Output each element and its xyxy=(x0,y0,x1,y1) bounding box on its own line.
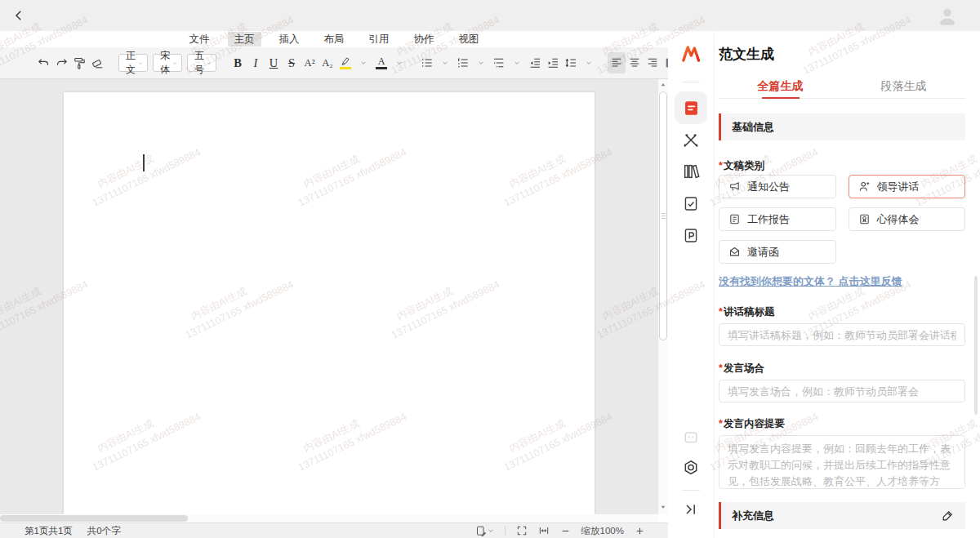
bullet-list-dropdown[interactable] xyxy=(436,52,454,73)
bullet-list-button[interactable] xyxy=(418,52,436,73)
numbered-list-button[interactable] xyxy=(454,52,472,73)
undo-button[interactable] xyxy=(34,52,52,73)
content-summary-textarea[interactable] xyxy=(719,435,965,489)
rail-doc-generator[interactable] xyxy=(675,91,707,124)
strikethrough-label: S xyxy=(288,56,295,70)
chevron-down-icon xyxy=(360,60,367,66)
menu-tab-layout[interactable]: 布局 xyxy=(318,32,351,47)
subscript-button[interactable]: A₂ xyxy=(318,52,336,73)
numbered-list-dropdown[interactable] xyxy=(472,52,490,73)
menu-tab-view[interactable]: 视图 xyxy=(452,32,486,47)
page-indicator: 第1页共1页 xyxy=(24,525,73,537)
category-notice-button[interactable]: 通知公告 xyxy=(719,175,836,198)
align-right-button[interactable] xyxy=(644,52,662,73)
avatar[interactable] xyxy=(936,4,959,27)
page-view-button[interactable] xyxy=(475,525,494,537)
bold-button[interactable]: B xyxy=(229,52,247,73)
font-family-select[interactable]: 宋体 xyxy=(153,54,182,72)
bullet-list-icon xyxy=(421,56,434,69)
superscript-button[interactable]: A² xyxy=(301,52,318,73)
fit-width-button[interactable] xyxy=(538,525,550,536)
multilevel-list-button[interactable] xyxy=(490,52,508,73)
menu-tab-home[interactable]: 主页 xyxy=(228,32,261,47)
format-painter-button[interactable] xyxy=(70,52,88,73)
fit-width-icon xyxy=(538,525,550,536)
strikethrough-button[interactable]: S xyxy=(283,52,301,73)
fit-page-button[interactable] xyxy=(516,525,528,536)
multilevel-list-dropdown[interactable] xyxy=(508,52,526,73)
category-speech-button[interactable]: 领导讲话 xyxy=(849,175,966,198)
menu-tab-references[interactable]: 引用 xyxy=(363,32,396,47)
italic-button[interactable]: I xyxy=(247,52,265,73)
fit-page-icon xyxy=(516,525,528,536)
highlight-color-button[interactable] xyxy=(336,52,354,73)
rail-proofread[interactable] xyxy=(683,195,700,212)
zoom-out-button[interactable] xyxy=(560,526,571,536)
menu-tab-collaborate[interactable]: 协作 xyxy=(408,32,441,47)
collapse-panel-button[interactable] xyxy=(683,501,699,518)
menu-tab-insert[interactable]: 插入 xyxy=(273,32,306,47)
rail-templates[interactable] xyxy=(683,227,700,244)
rail-settings[interactable] xyxy=(682,459,700,477)
line-spacing-button[interactable] xyxy=(562,52,580,73)
edit-supplement-button[interactable] xyxy=(942,509,954,522)
scroll-up-button[interactable] xyxy=(658,79,668,91)
speech-title-input[interactable] xyxy=(719,323,965,346)
highlight-pen-icon xyxy=(340,56,351,66)
horizontal-scrollbar[interactable] xyxy=(0,514,657,522)
align-left-button[interactable] xyxy=(608,52,626,73)
vertical-scrollbar-thumb[interactable] xyxy=(659,91,667,340)
paragraph-style-value: 正文 xyxy=(126,49,138,77)
chevron-down-icon xyxy=(396,60,403,66)
rail-ai-assistant[interactable] xyxy=(682,428,700,446)
page-edit-icon xyxy=(475,525,488,537)
category-report-button[interactable]: 工作报告 xyxy=(719,207,836,231)
undo-icon xyxy=(37,56,51,70)
user-icon xyxy=(936,4,959,27)
category-invitation-button[interactable]: 邀请函 xyxy=(719,240,836,264)
zoom-in-button[interactable] xyxy=(635,526,645,536)
ai-panel: 范文生成 全篇生成 段落生成 基础信息 *文稿类别 通知公告 领导讲话 工作报告 xyxy=(668,31,980,538)
chevron-down-icon xyxy=(138,60,143,67)
eraser-button[interactable] xyxy=(88,52,106,73)
menu-tab-file[interactable]: 文件 xyxy=(183,32,216,47)
font-color-button[interactable]: A xyxy=(372,52,390,73)
category-reflection-button[interactable]: 心得体会 xyxy=(849,207,966,231)
panel-scrollbar-thumb[interactable] xyxy=(974,276,978,415)
decrease-indent-button[interactable] xyxy=(526,52,544,73)
document-canvas[interactable] xyxy=(0,79,657,514)
increase-indent-button[interactable] xyxy=(544,52,562,73)
align-left-icon xyxy=(610,56,623,69)
font-family-value: 宋体 xyxy=(160,49,172,77)
font-size-select[interactable]: 五号 xyxy=(187,54,216,72)
superscript-label: A² xyxy=(305,57,315,69)
font-color-dropdown[interactable] xyxy=(390,52,408,73)
vertical-scrollbar[interactable] xyxy=(657,79,668,514)
chevron-down-icon xyxy=(207,60,212,67)
horizontal-scrollbar-thumb[interactable] xyxy=(0,515,188,522)
status-bar: 第1页共1页 共0个字 缩放100% xyxy=(0,522,668,538)
paragraph-style-select[interactable]: 正文 xyxy=(118,54,148,72)
back-button[interactable] xyxy=(10,7,28,24)
speech-occasion-input[interactable] xyxy=(719,380,965,402)
feedback-link[interactable]: 没有找到你想要的文体？ 点击这里反馈 xyxy=(719,275,965,287)
font-color-bar xyxy=(376,67,387,69)
underline-button[interactable]: U xyxy=(265,52,283,73)
tab-paragraph-generation[interactable]: 段落生成 xyxy=(842,78,965,98)
rail-divider xyxy=(682,82,700,82)
rail-writing-tools[interactable] xyxy=(682,131,700,149)
redo-button[interactable] xyxy=(52,52,70,73)
formatting-toolbar: 正文 宋体 五号 B I U S A² A₂ A xyxy=(0,47,668,79)
robot-icon xyxy=(682,428,700,446)
zoom-level[interactable]: 缩放100% xyxy=(581,525,624,537)
scroll-up-icon xyxy=(660,82,666,88)
line-spacing-dropdown[interactable] xyxy=(580,52,598,73)
tab-full-generation[interactable]: 全篇生成 xyxy=(719,78,842,98)
scroll-down-button[interactable] xyxy=(658,501,668,513)
panel-rail xyxy=(668,31,715,538)
document-page[interactable] xyxy=(64,92,595,514)
subscript-label: A₂ xyxy=(322,57,332,69)
highlight-color-dropdown[interactable] xyxy=(354,52,372,73)
rail-library[interactable] xyxy=(682,162,700,180)
align-center-button[interactable] xyxy=(626,52,644,73)
